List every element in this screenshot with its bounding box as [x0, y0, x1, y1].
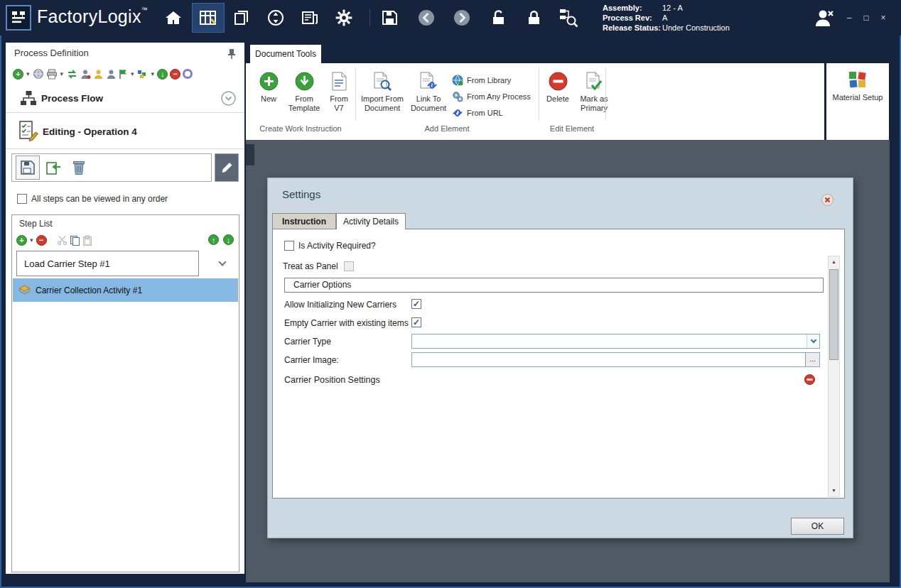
- maximize-button[interactable]: □: [860, 11, 873, 24]
- add-step-caret[interactable]: ▾: [30, 236, 33, 244]
- release-status-value: Under Construction: [662, 23, 730, 32]
- treat-as-panel-label: Treat as Panel: [283, 261, 338, 271]
- chevron-down-icon: [810, 337, 816, 343]
- user-icon[interactable]: [106, 69, 117, 80]
- from-v7-button[interactable]: From V7: [324, 72, 354, 113]
- remove-process-button[interactable]: −: [170, 69, 180, 80]
- close-button[interactable]: ×: [877, 11, 890, 24]
- treat-as-panel-checkbox[interactable]: [344, 261, 354, 271]
- activity-details-page: Is Activity Required? Treat as Panel Car…: [272, 229, 845, 499]
- lock-button[interactable]: [523, 8, 546, 28]
- print-icon[interactable]: [46, 69, 58, 80]
- import-from-document-button[interactable]: Import From Document: [360, 72, 405, 113]
- news-button[interactable]: [298, 8, 321, 28]
- add-dropdown-caret[interactable]: ▾: [26, 70, 30, 77]
- carrier-image-field[interactable]: ...: [411, 352, 820, 367]
- link-globe-icon[interactable]: [33, 68, 44, 80]
- delete-step-button[interactable]: [67, 156, 91, 180]
- flag-icon[interactable]: [119, 69, 128, 80]
- new-button[interactable]: New: [253, 72, 284, 104]
- process-definition-button[interactable]: [192, 3, 225, 33]
- import-icon: [45, 160, 61, 175]
- paste-icon[interactable]: [82, 235, 92, 246]
- back-button[interactable]: [415, 8, 438, 28]
- record-icon[interactable]: [183, 69, 193, 79]
- material-setup-button[interactable]: Material Setup: [829, 70, 886, 102]
- empty-carrier-checkbox[interactable]: ✓: [411, 317, 421, 327]
- save-button[interactable]: [378, 8, 401, 28]
- step-expander-chevron[interactable]: [218, 258, 226, 266]
- from-any-process-label: From Any Process: [467, 92, 531, 101]
- process-definition-panel: Process Definition + ▾ ▾ ▾ ▾ ↓ − Proce: [6, 43, 244, 574]
- forward-button[interactable]: [450, 8, 473, 28]
- dialog-close-button[interactable]: [821, 194, 833, 209]
- home-button[interactable]: [162, 8, 185, 28]
- remove-step-button[interactable]: −: [36, 235, 47, 246]
- palette-icon[interactable]: [137, 69, 149, 79]
- copy-icon[interactable]: [70, 235, 80, 246]
- minus-icon: −: [173, 69, 177, 79]
- scroll-down-button[interactable]: ▼: [829, 485, 839, 496]
- move-step-down-button[interactable]: ↓: [223, 234, 234, 245]
- scroll-up-button[interactable]: ▲: [829, 256, 839, 268]
- material-setup-icon: [848, 70, 868, 89]
- flowchart-search-icon: [559, 8, 578, 28]
- logo-icon: [10, 9, 27, 26]
- is-activity-required-checkbox[interactable]: [284, 241, 294, 251]
- minimize-button[interactable]: –: [843, 11, 856, 24]
- pin-button[interactable]: [227, 48, 236, 62]
- sync-icon[interactable]: [66, 69, 78, 80]
- add-process-button[interactable]: +: [13, 69, 23, 80]
- ribbon-right: Material Setup: [826, 63, 889, 140]
- save-step-button[interactable]: [16, 156, 40, 180]
- palette-dropdown-caret[interactable]: ▾: [151, 70, 155, 77]
- ok-button[interactable]: OK: [791, 518, 844, 535]
- move-step-up-button[interactable]: ↑: [208, 234, 219, 245]
- mark-as-primary-button[interactable]: Mark as Primary: [574, 72, 614, 113]
- add-icon: [259, 72, 279, 91]
- collapsed-panel-notch[interactable]: [246, 144, 254, 165]
- flag-dropdown-caret[interactable]: ▾: [131, 70, 134, 77]
- tab-document-tools[interactable]: Document Tools: [250, 45, 321, 63]
- user-assign-icon[interactable]: [80, 69, 91, 80]
- cut-icon[interactable]: [57, 235, 68, 246]
- from-any-process-button[interactable]: From Any Process: [452, 91, 531, 102]
- allow-initializing-checkbox[interactable]: ✓: [411, 299, 421, 309]
- browse-button[interactable]: ...: [805, 353, 819, 366]
- remove-position-button[interactable]: [804, 374, 815, 385]
- tab-instruction[interactable]: Instruction: [272, 213, 336, 229]
- documents-button[interactable]: [230, 8, 253, 28]
- scroll-thumb[interactable]: [829, 269, 838, 360]
- collapse-circle-icon[interactable]: [221, 91, 236, 106]
- process-search-button[interactable]: [557, 8, 580, 28]
- print-dropdown-caret[interactable]: ▾: [60, 70, 64, 77]
- logoff-button[interactable]: [812, 8, 835, 28]
- from-url-button[interactable]: From URL: [452, 107, 503, 119]
- document-search-icon: [373, 72, 392, 91]
- carrier-type-combobox[interactable]: [411, 334, 820, 349]
- edit-mode-button[interactable]: [215, 153, 239, 182]
- carrier-type-label: Carrier Type: [284, 337, 331, 347]
- assembly-label: Assembly:: [603, 3, 662, 13]
- add-step-button[interactable]: +: [16, 235, 27, 246]
- link-to-document-button[interactable]: Link To Document: [408, 72, 449, 113]
- activity-list-item[interactable]: Carrier Collection Activity #1: [13, 278, 238, 302]
- from-library-button[interactable]: From Library: [452, 75, 511, 86]
- user-highlight-icon[interactable]: [93, 69, 104, 80]
- import-step-button[interactable]: [41, 156, 65, 180]
- step-name-input[interactable]: [16, 251, 199, 276]
- transfer-button[interactable]: [264, 8, 287, 28]
- unlock-button[interactable]: [487, 8, 510, 28]
- combo-dropdown-button[interactable]: [806, 334, 819, 348]
- vertical-scrollbar[interactable]: ▲ ▼: [828, 256, 840, 497]
- trash-icon: [72, 160, 86, 175]
- all-steps-checkbox[interactable]: [17, 194, 27, 204]
- tab-activity-details[interactable]: Activity Details: [336, 213, 406, 229]
- link-to-document-label: Link To Document: [408, 94, 449, 113]
- globe-icon: [452, 75, 463, 86]
- from-template-button[interactable]: From Template: [286, 72, 323, 113]
- delete-element-button[interactable]: Delete: [543, 72, 573, 104]
- move-down-button[interactable]: ↓: [157, 69, 168, 80]
- process-flow-header[interactable]: Process Flow: [6, 87, 244, 111]
- settings-button[interactable]: [333, 8, 355, 28]
